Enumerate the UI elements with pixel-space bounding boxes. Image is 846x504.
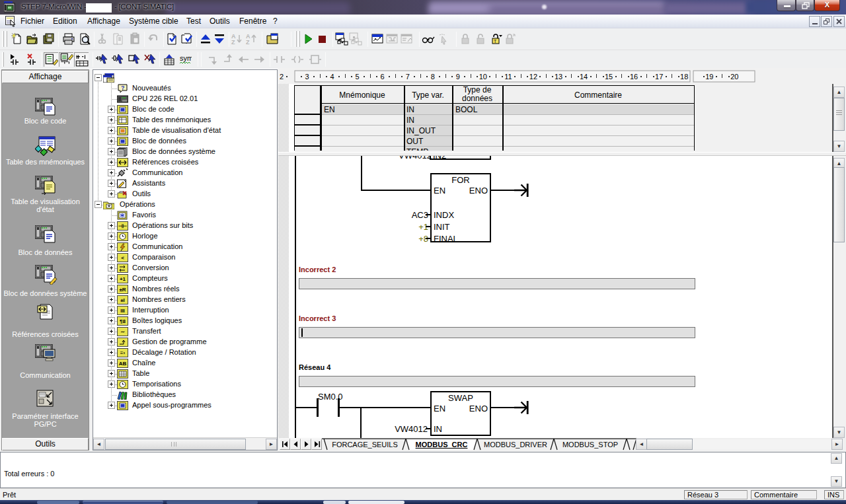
svg-text:FORCAGE_SEUILS: FORCAGE_SEUILS (332, 441, 398, 449)
svg-text:+1: +1 (120, 276, 126, 282)
svg-text:15: 15 (605, 73, 613, 81)
svg-text:7: 7 (406, 73, 410, 81)
svg-text:Z: Z (231, 39, 235, 46)
svg-text:<: < (121, 255, 124, 261)
svg-text:19: 19 (705, 73, 713, 81)
svg-text:±I: ±I (120, 297, 125, 303)
svg-text:sym: sym (180, 54, 192, 62)
svg-text:3: 3 (305, 73, 309, 81)
svg-text:13: 13 (555, 73, 562, 81)
svg-text:4: 4 (330, 73, 334, 81)
svg-text:2: 2 (280, 73, 284, 81)
svg-text:MODBUS_STOP: MODBUS_STOP (562, 441, 618, 449)
svg-text:¶8: ¶8 (120, 318, 126, 324)
svg-text:MODBUS_DRIVER: MODBUS_DRIVER (484, 441, 547, 449)
svg-text:III: III (120, 308, 125, 314)
svg-text:⊣⊢: ⊣⊢ (118, 223, 128, 229)
svg-text:±R: ±R (119, 287, 126, 293)
svg-text:11: 11 (504, 73, 512, 81)
svg-text:17: 17 (655, 73, 663, 81)
svg-text:?: ? (121, 85, 125, 91)
svg-text:8: 8 (431, 73, 435, 81)
svg-text:5: 5 (356, 73, 360, 81)
svg-text:20: 20 (730, 73, 738, 81)
svg-text:AB: AB (119, 361, 127, 367)
svg-text:Z: Z (246, 39, 250, 46)
svg-text:9: 9 (456, 73, 460, 81)
svg-text:6: 6 (381, 73, 385, 81)
svg-text:T: T (494, 39, 497, 44)
svg-text:18: 18 (680, 73, 688, 81)
svg-text:MODBUS_CRC: MODBUS_CRC (416, 441, 468, 449)
svg-text:14: 14 (580, 73, 588, 81)
svg-text:∼: ∼ (120, 329, 125, 335)
svg-text:12: 12 (529, 73, 537, 81)
svg-text:≡›: ≡› (120, 350, 126, 356)
svg-text:10: 10 (479, 73, 487, 81)
svg-text:16: 16 (630, 73, 638, 81)
